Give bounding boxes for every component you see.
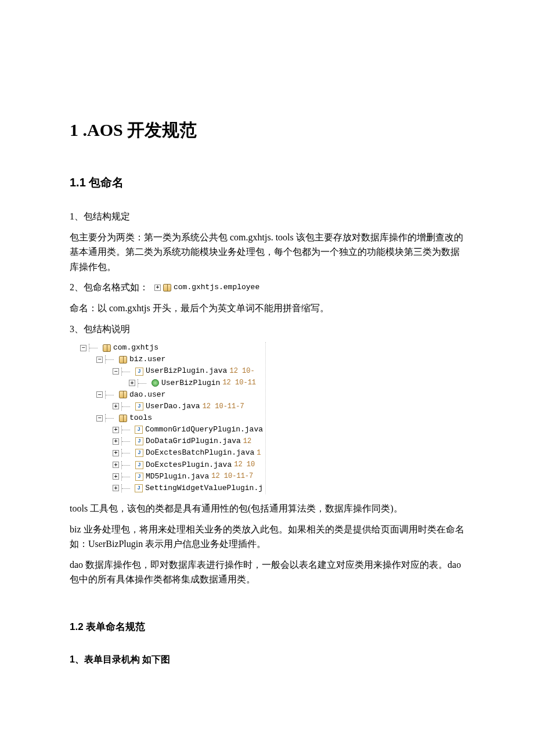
package-icon xyxy=(119,391,127,398)
package-tree: − com.gxhtjs − biz.user − UserBizPlugin.… xyxy=(80,342,266,494)
revision: 12 10-11-7 xyxy=(211,471,253,482)
revision: 12 10-11-7 xyxy=(203,401,244,412)
tree-node: + MD5Plugin.java 12 10-11-7 xyxy=(80,471,263,483)
tree-node: − UserBizPlugin.java 12 10- xyxy=(80,365,263,377)
tree-label: UserDao.java xyxy=(146,401,200,412)
revision: 12 xyxy=(243,436,251,447)
tree-collapse-icon: + xyxy=(154,285,161,291)
tree-expand-icon: + xyxy=(113,485,119,491)
tree-label: UserBizPlugin.java xyxy=(146,365,227,377)
class-icon xyxy=(151,379,159,387)
heading-1: 1 .AOS 开发规范 xyxy=(70,116,464,144)
paragraph-bold: 1、表单目录机构 如下图 xyxy=(70,652,464,667)
paragraph-inline: 2、包命名格式如： + com.gxhtjs.employee xyxy=(70,280,464,295)
tree-label: CommonGridQueryPlugin.java xyxy=(145,424,263,435)
revision: 12 10 xyxy=(234,459,255,470)
tree-expand-icon: + xyxy=(113,403,119,409)
tree-collapse-icon: − xyxy=(96,415,103,422)
paragraph: 1、包结构规定 xyxy=(70,209,464,224)
package-icon xyxy=(163,284,171,291)
java-file-icon xyxy=(135,484,143,492)
paragraph: 3、包结构说明 xyxy=(70,322,464,337)
package-icon xyxy=(103,344,111,352)
tree-collapse-icon: − xyxy=(96,357,103,363)
paragraph: 包主要分为两类：第一类为系统公共包 com.gxhtjs. tools 该包主要… xyxy=(70,230,464,275)
java-file-icon xyxy=(135,473,143,481)
tree-collapse-icon: − xyxy=(96,391,103,398)
java-file-icon xyxy=(135,402,143,411)
tree-label: dao.user xyxy=(129,389,165,401)
tree-label: DoDataGridPlugin.java xyxy=(146,435,241,447)
tree-node: − biz.user xyxy=(80,354,263,365)
tree-expand-icon: + xyxy=(113,462,119,468)
tree-expand-icon: + xyxy=(113,450,119,456)
tree-label: UserBizPlugin xyxy=(161,377,220,389)
revision: 12 10-11 xyxy=(222,377,256,388)
tree-node: + SettingWidgetValuePlugin.j xyxy=(80,483,263,494)
tree-expand-icon: + xyxy=(113,473,119,480)
tree-label: DoExctesPlugin.java xyxy=(146,459,232,471)
paragraph: tools 工具包，该包的类都是具有通用性的包(包括通用算法类，数据库操作同类)… xyxy=(70,501,464,516)
text: 2、包命名格式如： xyxy=(70,280,149,295)
package-name: com.gxhtjs.employee xyxy=(174,282,259,294)
tree-collapse-icon: − xyxy=(113,368,119,375)
revision: 1 xyxy=(257,448,261,459)
tree-node: + CommonGridQueryPlugin.java xyxy=(80,424,263,435)
tree-expand-icon: + xyxy=(113,427,119,433)
tree-label: tools xyxy=(129,412,152,424)
tree-node: − com.gxhtjs xyxy=(80,342,263,354)
tree-node: − tools xyxy=(80,412,263,424)
java-file-icon xyxy=(135,426,143,434)
paragraph: dao 数据库操作包，即对数据库表进行操作时，一般会以表名建立对应类用来操作对应… xyxy=(70,557,464,587)
tree-node: + DoExctesPlugin.java 12 10 xyxy=(80,459,263,471)
java-file-icon xyxy=(135,449,143,457)
tree-node: − dao.user xyxy=(80,389,263,401)
paragraph: 命名：以 com.gxhtjs 开头，最后个为英文单词不能用拼音缩写。 xyxy=(70,301,464,316)
revision: 12 10- xyxy=(229,366,254,377)
tree-label: MD5Plugin.java xyxy=(146,471,209,483)
package-icon xyxy=(119,415,127,422)
package-icon xyxy=(119,356,127,363)
heading-1-1: 1.1 包命名 xyxy=(70,173,464,192)
java-file-icon xyxy=(135,368,143,376)
tree-label: com.gxhtjs xyxy=(113,342,158,354)
tree-node: + DoDataGridPlugin.java 12 xyxy=(80,435,263,447)
tree-node: + UserBizPlugin 12 10-11 xyxy=(80,377,263,389)
java-file-icon xyxy=(135,437,143,445)
tree-node: + DoExctesBatchPlugin.java 1 xyxy=(80,447,263,459)
tree-label: SettingWidgetValuePlugin.j xyxy=(145,483,263,494)
tree-expand-icon: + xyxy=(113,438,119,445)
tree-label: DoExctesBatchPlugin.java xyxy=(146,447,254,459)
tree-node: + UserDao.java 12 10-11-7 xyxy=(80,401,263,412)
java-file-icon xyxy=(135,461,143,469)
heading-1-2: 1.2 表单命名规范 xyxy=(70,619,464,635)
package-example: + com.gxhtjs.employee xyxy=(152,280,262,295)
tree-collapse-icon: − xyxy=(80,345,86,351)
tree-label: biz.user xyxy=(129,354,165,365)
tree-expand-icon: + xyxy=(129,380,135,386)
paragraph: biz 业务处理包，将用来处理相关业务的类放入此包。如果相关的类是提供给页面调用… xyxy=(70,522,464,552)
